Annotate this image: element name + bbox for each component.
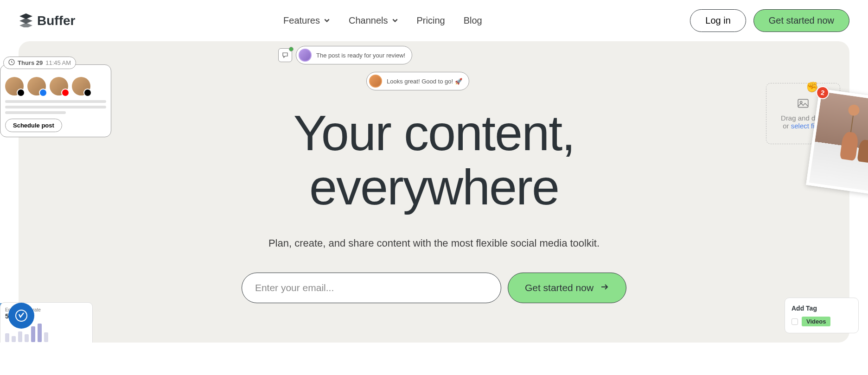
primary-nav: Features Channels Pricing Blog [283, 15, 482, 26]
thumbnail [5, 77, 24, 95]
checkbox[interactable] [791, 318, 798, 325]
review-comment: The post is ready for your review! [278, 46, 412, 64]
thumbnail [72, 77, 90, 95]
schedule-post-button[interactable]: Schedule post [5, 119, 62, 132]
hero-section: Thurs 29 11:45 AM Schedule post The post… [19, 41, 849, 343]
clock-icon [8, 59, 15, 67]
scheduler-card: Thurs 29 11:45 AM Schedule post [0, 64, 111, 137]
comment-text: Looks great! Good to go! 🚀 [387, 78, 462, 85]
chevron-down-icon [324, 15, 330, 26]
hero-headline: Your content, everywhere [19, 106, 849, 214]
scheduler-day: Thurs 29 [18, 59, 43, 66]
logo-text: Buffer [37, 13, 75, 28]
thumbnail [50, 77, 68, 95]
get-started-button[interactable]: Get started now [753, 9, 849, 32]
logo[interactable]: Buffer [19, 13, 75, 29]
approve-comment: Looks great! Good to go! 🚀 [366, 72, 469, 90]
nav-blog[interactable]: Blog [464, 15, 482, 26]
nav-pricing[interactable]: Pricing [417, 15, 445, 26]
add-tag-panel: Add Tag Videos [785, 298, 859, 333]
tag-videos: Videos [802, 317, 830, 326]
email-input[interactable] [242, 273, 501, 303]
arrow-right-icon [600, 282, 609, 294]
headline-line2: everywhere [19, 160, 849, 215]
hero-content: Your content, everywhere Plan, create, a… [19, 60, 849, 303]
header-actions: Log in Get started now [690, 9, 849, 32]
notification-dot [289, 47, 294, 51]
youtube-icon [61, 89, 70, 97]
hero-subheadline: Plan, create, and share content with the… [19, 237, 849, 249]
nav-channels-label: Channels [349, 15, 388, 26]
avatar [299, 49, 312, 62]
comment-icon [278, 48, 292, 62]
nav-pricing-label: Pricing [417, 15, 445, 26]
scheduler-datetime: Thurs 29 11:45 AM [3, 57, 76, 69]
thumbnail [27, 77, 46, 95]
comment-pill: The post is ready for your review! [296, 46, 412, 64]
nav-blog-label: Blog [464, 15, 482, 26]
headline-line1: Your content, [19, 106, 849, 160]
comment-text: The post is ready for your review! [316, 52, 405, 59]
tag-row[interactable]: Videos [791, 317, 852, 326]
nav-features-label: Features [283, 15, 320, 26]
tiktok-icon [17, 89, 25, 97]
nav-channels[interactable]: Channels [349, 15, 398, 26]
login-button[interactable]: Log in [690, 9, 746, 32]
signup-button[interactable]: Get started now [508, 273, 626, 303]
grab-cursor-icon: ✊ [805, 80, 819, 94]
scheduler-time: 11:45 AM [45, 59, 71, 66]
chevron-down-icon [392, 15, 398, 26]
x-icon [83, 89, 92, 97]
site-header: Buffer Features Channels Pricing Blog Lo… [0, 0, 868, 41]
text-placeholder [5, 100, 106, 114]
tag-panel-title: Add Tag [791, 305, 852, 312]
signup-button-label: Get started now [525, 282, 594, 293]
nav-features[interactable]: Features [283, 15, 330, 26]
avatar [369, 75, 382, 88]
dropzone-prefix: or [783, 122, 791, 130]
comment-pill: Looks great! Good to go! 🚀 [366, 72, 469, 90]
signup-form: Get started now [19, 273, 849, 303]
logo-icon [19, 13, 33, 29]
svg-rect-1 [798, 99, 808, 107]
accessibility-badge[interactable] [8, 303, 34, 329]
scheduler-thumbnails [5, 77, 106, 95]
facebook-icon [39, 89, 47, 97]
